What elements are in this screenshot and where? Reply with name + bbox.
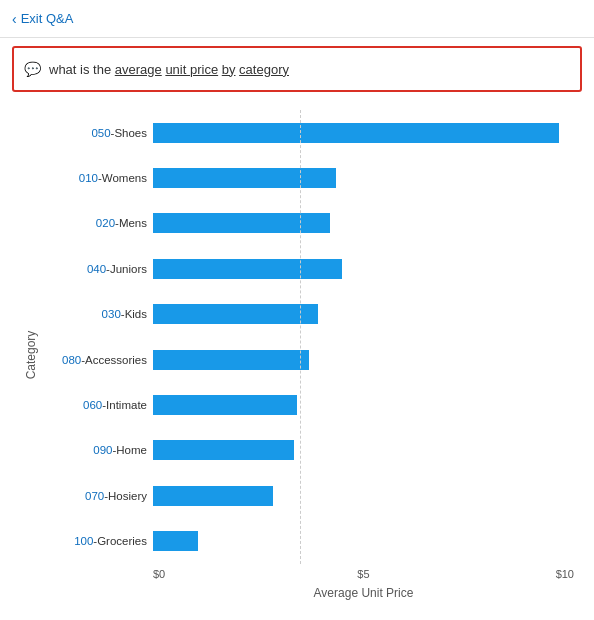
bar-label-suffix: -Mens <box>115 217 147 229</box>
bar-fill <box>153 213 330 233</box>
x-tick-10: $10 <box>435 568 574 580</box>
bar-label-suffix: -Womens <box>98 172 147 184</box>
bar-label-prefix: 030 <box>102 308 121 320</box>
bar-label: 030-Kids <box>42 308 147 320</box>
bar-row: 080-Accessories <box>42 346 574 374</box>
query-icon: 💬 <box>24 61 41 77</box>
bar-track <box>153 350 574 370</box>
bar-label-suffix: -Home <box>112 444 147 456</box>
y-axis-label: Category <box>24 331 38 380</box>
chart-area: Category 050-Shoes010-Womens020-Mens040-… <box>0 100 594 620</box>
x-axis-area: $0 $5 $10 Average Unit Price <box>153 564 574 600</box>
bar-label: 090-Home <box>42 444 147 456</box>
bar-fill <box>153 531 198 551</box>
bar-fill <box>153 395 297 415</box>
bar-track <box>153 440 574 460</box>
bar-label-prefix: 050 <box>91 127 110 139</box>
bar-label-suffix: -Intimate <box>102 399 147 411</box>
bar-label-prefix: 060 <box>83 399 102 411</box>
bar-row: 060-Intimate <box>42 391 574 419</box>
bar-label-suffix: -Shoes <box>111 127 147 139</box>
bar-row: 020-Mens <box>42 209 574 237</box>
bar-label: 100-Groceries <box>42 535 147 547</box>
chart-container: Category 050-Shoes010-Womens020-Mens040-… <box>20 110 574 600</box>
bar-label-prefix: 090 <box>93 444 112 456</box>
bars-section: 050-Shoes010-Womens020-Mens040-Juniors03… <box>42 110 574 564</box>
bar-track <box>153 395 574 415</box>
query-text: what is the average unit price by catego… <box>49 62 289 77</box>
exit-label: Exit Q&A <box>21 11 74 26</box>
x-axis-label: Average Unit Price <box>153 586 574 600</box>
bar-fill <box>153 168 336 188</box>
bar-track <box>153 123 574 143</box>
bar-fill <box>153 304 318 324</box>
query-box[interactable]: 💬 what is the average unit price by cate… <box>12 46 582 92</box>
bar-label-prefix: 040 <box>87 263 106 275</box>
bar-row: 030-Kids <box>42 300 574 328</box>
bar-label: 040-Juniors <box>42 263 147 275</box>
bar-label-suffix: -Accessories <box>81 354 147 366</box>
bar-label-prefix: 070 <box>85 490 104 502</box>
bar-label-suffix: -Kids <box>121 308 147 320</box>
bar-label-prefix: 100 <box>74 535 93 547</box>
bar-track <box>153 486 574 506</box>
bar-label: 070-Hosiery <box>42 490 147 502</box>
x-ticks: $0 $5 $10 <box>153 564 574 580</box>
bar-row: 090-Home <box>42 436 574 464</box>
bar-row: 040-Juniors <box>42 255 574 283</box>
y-axis-label-container: Category <box>20 110 42 600</box>
chart-inner: 050-Shoes010-Womens020-Mens040-Juniors03… <box>42 110 574 600</box>
bar-row: 100-Groceries <box>42 527 574 555</box>
x-tick-0: $0 <box>153 568 292 580</box>
bar-label: 060-Intimate <box>42 399 147 411</box>
bar-label: 010-Womens <box>42 172 147 184</box>
bar-label: 050-Shoes <box>42 127 147 139</box>
bar-row: 050-Shoes <box>42 119 574 147</box>
bar-track <box>153 304 574 324</box>
bar-fill <box>153 350 309 370</box>
bar-track <box>153 213 574 233</box>
bar-label-suffix: -Juniors <box>106 263 147 275</box>
bar-label-suffix: -Hosiery <box>104 490 147 502</box>
bar-track <box>153 531 574 551</box>
bar-label-prefix: 020 <box>96 217 115 229</box>
bar-fill <box>153 440 294 460</box>
bar-track <box>153 168 574 188</box>
x-tick-5: $5 <box>294 568 433 580</box>
bar-fill <box>153 259 342 279</box>
bar-fill <box>153 486 273 506</box>
bar-label-prefix: 010 <box>79 172 98 184</box>
bar-label-prefix: 080 <box>62 354 81 366</box>
bar-row: 070-Hosiery <box>42 482 574 510</box>
bar-label: 080-Accessories <box>42 354 147 366</box>
exit-qna-button[interactable]: ‹ Exit Q&A <box>12 11 73 27</box>
bar-track <box>153 259 574 279</box>
chevron-left-icon: ‹ <box>12 11 17 27</box>
bar-row: 010-Womens <box>42 164 574 192</box>
bar-label: 020-Mens <box>42 217 147 229</box>
bar-fill <box>153 123 559 143</box>
top-bar: ‹ Exit Q&A <box>0 0 594 38</box>
bar-label-suffix: -Groceries <box>93 535 147 547</box>
